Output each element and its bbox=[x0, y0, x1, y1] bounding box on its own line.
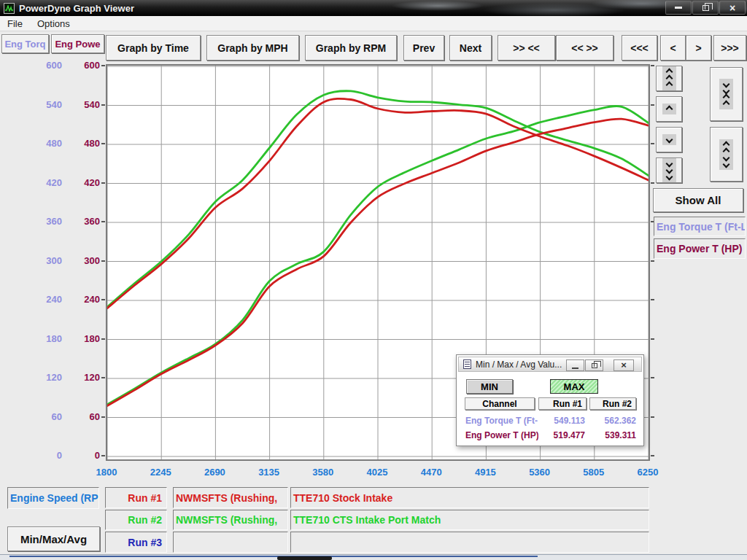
rpm-axis-tick-label: 4025 bbox=[355, 467, 399, 478]
chevrons-expand-vertical-icon bbox=[719, 139, 733, 170]
rpm-axis-tick-label: 4470 bbox=[409, 467, 453, 478]
minimize-button[interactable] bbox=[665, 1, 692, 15]
restore-icon bbox=[592, 363, 597, 368]
chevron-up-icon bbox=[662, 104, 676, 114]
rpm-axis-tick-label: 3580 bbox=[301, 467, 345, 478]
min-toggle-button[interactable]: MIN bbox=[466, 379, 513, 394]
maximize-button[interactable] bbox=[692, 1, 719, 15]
axis-tick bbox=[101, 338, 105, 340]
y-axis-expand-button[interactable] bbox=[710, 127, 743, 182]
run2-description-field: TTE710 CTS Intake Port Match bbox=[290, 510, 649, 530]
axis-tick bbox=[651, 338, 654, 340]
graph-by-rpm-button[interactable]: Graph by RPM bbox=[305, 35, 397, 61]
axis-tick bbox=[651, 143, 654, 144]
restore-icon bbox=[703, 5, 709, 11]
power-axis-tick-label: 120 bbox=[53, 372, 100, 383]
run1-label: Run #1 bbox=[105, 487, 167, 508]
y-axis-compress-button[interactable] bbox=[710, 67, 743, 121]
axis-tick bbox=[651, 455, 654, 456]
run2-column-header[interactable]: Run #2 bbox=[589, 397, 636, 410]
scroll-left-button[interactable]: < bbox=[660, 35, 686, 61]
scroll-right-button[interactable]: > bbox=[686, 35, 711, 61]
window-title: PowerDyne Graph Viewer bbox=[19, 3, 134, 14]
x-axis-channel-label: Engine Speed (RPM) bbox=[7, 487, 99, 509]
rpm-axis-tick-label: 5805 bbox=[572, 467, 616, 478]
axis-tick bbox=[101, 143, 105, 144]
power-axis-tick-label: 0 bbox=[53, 450, 100, 461]
next-button[interactable]: Next bbox=[449, 35, 492, 61]
axis-tick bbox=[101, 455, 105, 456]
minmax-restore-button[interactable] bbox=[585, 359, 603, 371]
show-all-button[interactable]: Show All bbox=[653, 188, 743, 212]
channel-column-header[interactable]: Channel bbox=[465, 397, 535, 410]
prev-button[interactable]: Prev bbox=[403, 35, 444, 61]
minmax-minimize-button[interactable] bbox=[566, 359, 584, 371]
y-scroll-up-button[interactable] bbox=[656, 96, 682, 122]
menu-options[interactable]: Options bbox=[30, 17, 77, 31]
axis-tick bbox=[651, 377, 654, 378]
axis-tick bbox=[101, 416, 105, 418]
minimize-icon bbox=[572, 368, 578, 369]
run3-description-field bbox=[290, 532, 649, 553]
app-icon-waveform bbox=[4, 3, 15, 14]
y-scroll-triple-up-button[interactable] bbox=[656, 66, 682, 91]
minmax-close-button[interactable]: × bbox=[614, 359, 634, 371]
max-toggle-button[interactable]: MAX bbox=[550, 379, 598, 394]
min-max-avg-button[interactable]: Min/Max/Avg bbox=[7, 526, 100, 551]
axis-tick bbox=[651, 299, 654, 300]
scroll-far-right-button[interactable]: >>> bbox=[713, 35, 746, 61]
run2-label: Run #2 bbox=[105, 510, 167, 530]
torque-row-channel: Eng Torque T (Ft- bbox=[465, 416, 538, 426]
torque-channel-selector[interactable]: Eng Torque T (Ft-Lbs) bbox=[654, 217, 746, 236]
run1-column-header[interactable]: Run #1 bbox=[538, 397, 587, 410]
rpm-axis-tick-label: 2690 bbox=[193, 467, 236, 478]
y-scroll-triple-down-button[interactable] bbox=[656, 158, 682, 183]
scroll-far-left-button[interactable]: <<< bbox=[622, 35, 657, 61]
run3-label: Run #3 bbox=[105, 532, 167, 553]
axis-tick bbox=[651, 104, 654, 106]
axis-tick bbox=[651, 416, 654, 418]
zoom-out-x-button[interactable]: << >> bbox=[556, 35, 614, 61]
rpm-axis-tick-label: 2245 bbox=[139, 467, 182, 478]
axis-tick bbox=[101, 299, 105, 300]
rpm-axis-tick-label: 4915 bbox=[463, 467, 507, 478]
power-axis-tick-label: 60 bbox=[53, 411, 100, 422]
axis-tick bbox=[101, 182, 105, 184]
power-axis-tick-label: 180 bbox=[53, 333, 100, 344]
minmax-window-title-bar[interactable]: Min / Max / Avg Valu... × bbox=[458, 357, 642, 372]
axis-tick bbox=[101, 65, 105, 66]
torque-run2-max: 562.362 bbox=[589, 416, 636, 426]
powerdyne-window: PowerDyne Graph Viewer × File Options En… bbox=[0, 0, 747, 560]
tab-eng-torque[interactable]: Eng Torq bbox=[1, 34, 49, 53]
power-axis-tick-label: 540 bbox=[53, 99, 100, 110]
power-row-channel: Eng Power T (HP) bbox=[465, 430, 538, 440]
graph-by-mph-button[interactable]: Graph by MPH bbox=[206, 35, 299, 61]
chevron-down-icon bbox=[662, 134, 676, 145]
torque-run1-max: 549.113 bbox=[538, 416, 585, 426]
tab-eng-power[interactable]: Eng Powe bbox=[51, 34, 104, 53]
title-bar[interactable]: PowerDyne Graph Viewer × bbox=[0, 0, 747, 16]
menu-bar: File Options bbox=[0, 16, 747, 31]
zoom-in-x-button[interactable]: >> << bbox=[498, 35, 555, 61]
power-run2-max: 539.311 bbox=[589, 430, 636, 440]
run1-description-field: TTE710 Stock Intake bbox=[290, 487, 649, 508]
menu-file[interactable]: File bbox=[0, 17, 30, 31]
y-scroll-down-button[interactable] bbox=[656, 127, 682, 152]
axis-tick bbox=[651, 260, 654, 262]
minimize-icon bbox=[675, 7, 682, 9]
close-icon: × bbox=[621, 361, 627, 370]
power-axis-tick-label: 420 bbox=[53, 177, 100, 188]
axis-tick bbox=[101, 377, 105, 378]
background-window-notch bbox=[277, 556, 332, 560]
chevrons-compress-vertical-icon bbox=[719, 79, 733, 109]
graph-by-time-button[interactable]: Graph by Time bbox=[106, 35, 201, 61]
axis-tick bbox=[651, 182, 654, 184]
axis-tick bbox=[101, 104, 105, 106]
power-channel-selector[interactable]: Eng Power T (HP) bbox=[654, 238, 746, 259]
window-frame-edge bbox=[9, 556, 538, 557]
close-button[interactable]: × bbox=[719, 1, 746, 15]
axis-tick bbox=[101, 260, 105, 262]
document-icon bbox=[463, 359, 471, 369]
minmax-values-window: Min / Max / Avg Valu... × MIN MAX Channe… bbox=[456, 354, 644, 446]
power-axis-tick-label: 300 bbox=[53, 255, 100, 266]
